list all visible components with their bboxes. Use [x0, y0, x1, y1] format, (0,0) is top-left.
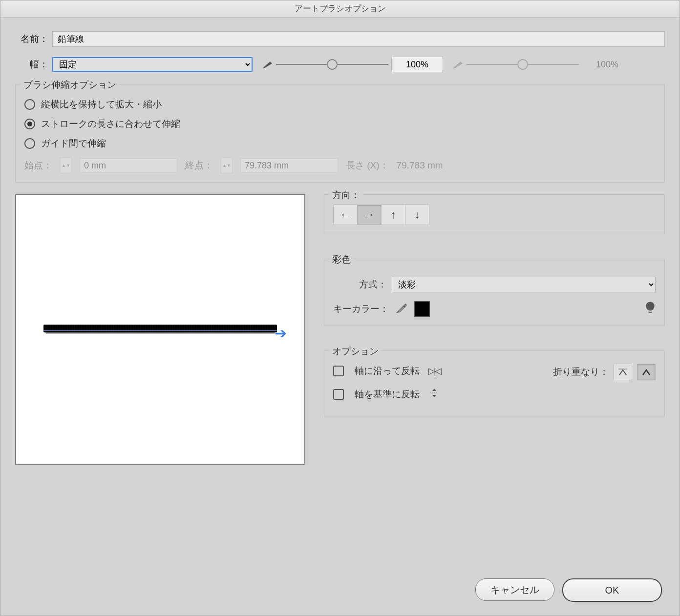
guide-length-label: 長さ (X)：	[346, 159, 389, 172]
overlap-option-2[interactable]	[637, 364, 656, 380]
guide-end-stepper: ▲▼	[221, 158, 233, 173]
colorization-group: 彩色 方式： 淡彩 キーカラー：	[324, 259, 665, 326]
guide-end-label: 終点：	[185, 159, 213, 172]
width-min-icon	[261, 60, 273, 69]
radio-between-guides-label: ガイド間で伸縮	[41, 137, 106, 150]
guide-end-value	[240, 158, 338, 173]
color-method-select[interactable]: 淡彩	[392, 277, 656, 292]
name-label: 名前：	[15, 33, 48, 45]
direction-right-button[interactable]: →	[358, 205, 382, 225]
guide-start-stepper: ▲▼	[60, 158, 72, 173]
overlap-label: 折り重なり：	[553, 366, 609, 378]
width-max-icon	[452, 60, 464, 69]
radio-between-guides[interactable]: ガイド間で伸縮	[24, 137, 656, 150]
radio-proportional[interactable]: 縦横比を保持して拡大・縮小	[24, 98, 656, 111]
cancel-button[interactable]: キャンセル	[475, 578, 554, 601]
width-slider-1[interactable]	[276, 59, 388, 70]
options-group: オプション 軸に沿って反転 ▷¦◁ 折り重なり：	[324, 350, 665, 416]
flip-across-checkbox[interactable]: 軸を基準に反転	[333, 387, 656, 401]
flip-along-checkbox[interactable]: 軸に沿って反転 ▷¦◁	[333, 365, 440, 377]
key-color-swatch[interactable]	[414, 301, 430, 317]
direction-down-button[interactable]: ↓	[405, 205, 429, 225]
radio-stretch-label: ストロークの長さに合わせて伸縮	[41, 118, 180, 130]
width-slider-2	[467, 59, 579, 70]
art-brush-options-dialog: アートブラシオプション 名前： 幅： 固定	[0, 0, 680, 616]
flip-across-icon	[428, 387, 440, 401]
flip-along-label: 軸に沿って反転	[355, 365, 420, 377]
direction-left-button[interactable]: ←	[334, 205, 358, 225]
flip-along-icon: ▷¦◁	[428, 366, 440, 376]
guide-length-value: 79.783 mm	[397, 160, 443, 171]
direction-up-button[interactable]: ↑	[382, 205, 405, 225]
width-value-1[interactable]	[391, 57, 443, 72]
scale-legend: ブラシ伸縮オプション	[21, 79, 119, 91]
flip-across-label: 軸を基準に反転	[355, 388, 420, 401]
brush-preview: ➔	[15, 194, 305, 465]
width-label: 幅：	[15, 58, 48, 71]
guide-start-label: 始点：	[24, 159, 52, 172]
radio-proportional-label: 縦横比を保持して拡大・縮小	[41, 98, 162, 111]
width-value-2	[582, 57, 633, 72]
width-mode-select[interactable]: 固定	[52, 57, 253, 72]
direction-legend: 方向：	[329, 189, 363, 202]
radio-stretch[interactable]: ストロークの長さに合わせて伸縮	[24, 118, 656, 130]
brush-name-input[interactable]	[52, 31, 665, 47]
direction-arrow-icon: ➔	[275, 325, 287, 342]
scale-options-group: ブラシ伸縮オプション 縦横比を保持して拡大・縮小 ストロークの長さに合わせて伸縮…	[15, 84, 665, 183]
tips-icon[interactable]	[645, 301, 656, 317]
color-method-label: 方式：	[333, 278, 387, 291]
guide-start-value	[80, 158, 177, 173]
eyedropper-icon[interactable]	[396, 302, 407, 316]
overlap-option-1[interactable]	[614, 364, 632, 380]
key-color-label: キーカラー：	[333, 303, 389, 315]
dialog-title: アートブラシオプション	[0, 0, 680, 18]
colorization-legend: 彩色	[329, 253, 354, 266]
direction-group: 方向： ← → ↑ ↓	[324, 194, 665, 234]
options-legend: オプション	[329, 345, 382, 358]
ok-button[interactable]: OK	[562, 578, 662, 602]
